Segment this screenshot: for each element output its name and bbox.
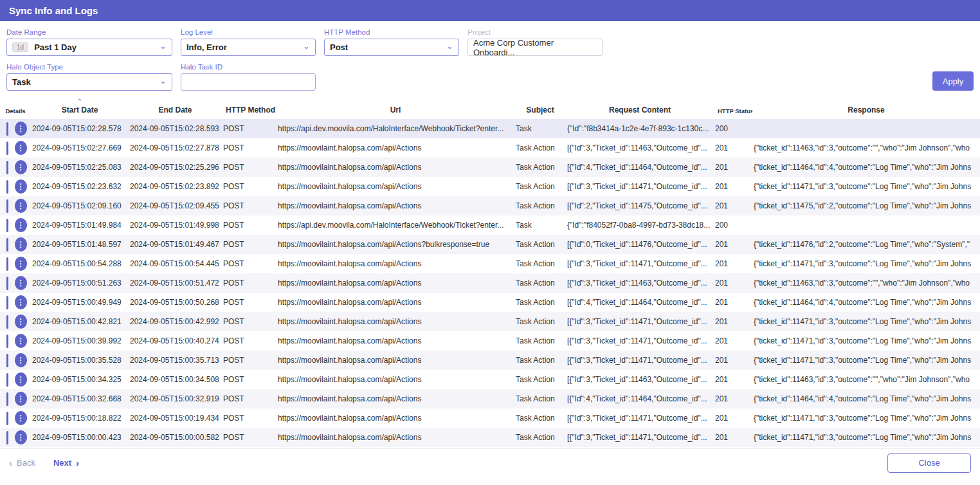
end-date-cell: 2024-09-05T15:02:09.455: [129, 196, 222, 215]
row-accent-bar: [6, 354, 8, 367]
http-status-cell: 201: [714, 428, 752, 447]
date-range-select[interactable]: 1d Past 1 Day ⌄: [6, 39, 172, 56]
request-content-cell: [{"Id":4,"Ticket_id":11464,"Outcome_id".…: [566, 293, 714, 312]
column-header-http-status[interactable]: HTTP Status: [714, 98, 752, 119]
row-accent-bar: [6, 199, 8, 213]
http-method-cell: POST: [222, 293, 277, 312]
chevron-down-icon: ⌄: [446, 41, 453, 51]
vertical-dots-icon: ⋮: [17, 356, 24, 364]
project-label: Project: [467, 28, 603, 36]
date-range-value: Past 1 Day: [34, 42, 77, 52]
subject-cell: Task Action: [514, 351, 566, 370]
response-cell: {"ticket_id":11464,"id":4,"outcome":"Log…: [752, 158, 980, 177]
details-cell: ⋮: [0, 351, 31, 370]
row-accent-bar: [6, 161, 8, 174]
row-details-button[interactable]: ⋮: [15, 199, 27, 213]
row-accent-bar: [6, 238, 8, 252]
start-date-cell: 2024-09-05T15:02:27.669: [31, 138, 129, 158]
halo-task-id-input[interactable]: [181, 73, 316, 91]
request-content-cell: [{"Id":3,"Ticket_id":11471,"Outcome_id".…: [566, 331, 714, 351]
http-method-label: HTTP Method: [324, 28, 459, 36]
http-method-cell: POST: [222, 235, 277, 254]
row-details-button[interactable]: ⋮: [15, 430, 27, 444]
url-cell: https://moovilaint.halopsa.com/api/Actio…: [277, 273, 514, 293]
log-level-label: Log Level: [181, 28, 316, 36]
details-cell: ⋮: [0, 119, 31, 138]
row-accent-bar: [6, 315, 8, 329]
vertical-dots-icon: ⋮: [17, 414, 24, 422]
next-button[interactable]: Next ›: [53, 458, 79, 468]
column-header-end-date[interactable]: End Date: [129, 98, 222, 119]
close-button[interactable]: Close: [887, 453, 971, 473]
column-header-details: Details: [0, 98, 31, 119]
log-table-header: Details ⌃Start Date End Date HTTP Method…: [0, 98, 980, 119]
row-details-button[interactable]: ⋮: [15, 353, 27, 367]
row-details-button[interactable]: ⋮: [15, 334, 27, 348]
row-details-button[interactable]: ⋮: [15, 392, 27, 406]
http-method-cell: POST: [222, 331, 277, 351]
row-accent-bar: [6, 392, 8, 406]
row-details-button[interactable]: ⋮: [15, 218, 27, 232]
column-header-response[interactable]: Response: [752, 98, 980, 119]
request-content-cell: [{"Id":4,"Ticket_id":11464,"Outcome_id".…: [566, 389, 714, 408]
table-row: ⋮ 2024-09-05T15:00:18.822 2024-09-05T15:…: [0, 408, 980, 428]
date-range-badge: 1d: [12, 42, 28, 52]
halo-object-type-filter: Halo Object Type Task ⌄: [6, 63, 172, 91]
url-cell: https://moovilaint.halopsa.com/api/Actio…: [277, 196, 514, 215]
column-header-start-date[interactable]: ⌃Start Date: [31, 98, 129, 119]
chevron-left-icon: ‹: [9, 458, 12, 468]
request-content-cell: [{"Id":3,"Ticket_id":11471,"Outcome_id".…: [566, 351, 714, 370]
row-accent-bar: [6, 296, 8, 309]
row-details-button[interactable]: ⋮: [15, 315, 27, 329]
back-button[interactable]: ‹ Back: [9, 458, 35, 468]
column-header-http-method[interactable]: HTTP Method: [222, 98, 277, 119]
row-accent-bar: [6, 277, 8, 290]
http-method-cell: POST: [222, 215, 277, 235]
row-details-button[interactable]: ⋮: [15, 141, 27, 155]
row-accent-bar: [6, 431, 8, 444]
table-row: ⋮ 2024-09-05T15:01:49.984 2024-09-05T15:…: [0, 215, 980, 235]
end-date-cell: 2024-09-05T15:02:23.892: [129, 177, 222, 196]
subject-cell: Task Action: [514, 196, 566, 215]
row-details-button[interactable]: ⋮: [15, 295, 27, 309]
halo-object-type-label: Halo Object Type: [6, 63, 172, 71]
http-status-cell: 201: [714, 273, 752, 293]
log-level-select[interactable]: Info, Error ⌄: [181, 39, 316, 56]
row-details-button[interactable]: ⋮: [15, 237, 27, 252]
date-range-filter: Date Range 1d Past 1 Day ⌄: [6, 28, 172, 56]
request-content-cell: {"Id":"f8b3414a-1c2e-4e7f-893c-1c130c...: [566, 119, 714, 138]
start-date-cell: 2024-09-05T15:00:51.263: [31, 273, 129, 293]
url-cell: https://api.dev.moovila.com/HaloInterfac…: [277, 119, 514, 138]
vertical-dots-icon: ⋮: [17, 183, 24, 190]
details-cell: ⋮: [0, 331, 31, 351]
start-date-cell: 2024-09-05T15:00:35.528: [31, 351, 129, 370]
filter-row-1: Date Range 1d Past 1 Day ⌄ Log Level Inf…: [6, 28, 974, 56]
column-header-request-content[interactable]: Request Content: [566, 98, 714, 119]
row-details-button[interactable]: ⋮: [15, 257, 27, 271]
row-details-button[interactable]: ⋮: [15, 411, 27, 425]
start-date-cell: 2024-09-05T15:00:42.821: [31, 312, 129, 331]
row-details-button[interactable]: ⋮: [15, 179, 27, 194]
apply-button[interactable]: Apply: [932, 71, 974, 91]
halo-object-type-select[interactable]: Task ⌄: [6, 73, 172, 91]
url-cell: https://moovilaint.halopsa.com/api/Actio…: [277, 177, 514, 196]
http-status-cell: 201: [714, 331, 752, 351]
table-row: ⋮ 2024-09-05T15:02:25.083 2024-09-05T15:…: [0, 158, 980, 177]
row-details-button[interactable]: ⋮: [15, 122, 27, 136]
details-cell: ⋮: [0, 235, 31, 254]
row-details-button[interactable]: ⋮: [15, 160, 27, 174]
start-date-cell: 2024-09-05T15:01:48.597: [31, 235, 129, 254]
url-cell: https://moovilaint.halopsa.com/api/Actio…: [277, 235, 514, 254]
row-details-button[interactable]: ⋮: [15, 276, 27, 290]
table-row: ⋮ 2024-09-05T15:00:49.949 2024-09-05T15:…: [0, 293, 980, 312]
log-level-filter: Log Level Info, Error ⌄: [181, 28, 316, 56]
url-cell: https://moovilaint.halopsa.com/api/Actio…: [277, 428, 514, 447]
row-details-button[interactable]: ⋮: [15, 372, 27, 387]
column-header-subject[interactable]: Subject: [514, 98, 566, 119]
http-method-cell: POST: [222, 196, 277, 215]
details-cell: ⋮: [0, 293, 31, 312]
http-method-select[interactable]: Post ⌄: [324, 39, 459, 56]
row-accent-bar: [6, 122, 8, 136]
url-cell: https://moovilaint.halopsa.com/api/Actio…: [277, 158, 514, 177]
column-header-url[interactable]: Url: [277, 98, 514, 119]
